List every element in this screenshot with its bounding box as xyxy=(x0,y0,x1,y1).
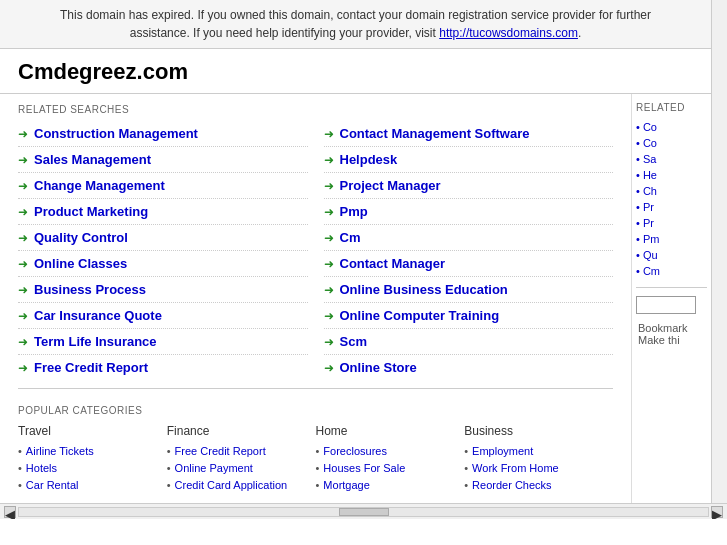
list-item: Online Payment xyxy=(167,459,306,476)
arrow-icon: ➜ xyxy=(18,153,28,167)
list-item: ➜ Online Computer Training xyxy=(324,303,614,329)
sidebar-link[interactable]: • Qu xyxy=(636,247,707,263)
category-link[interactable]: Credit Card Application xyxy=(175,479,288,491)
search-left-col: ➜ Construction Management ➜ Sales Manage… xyxy=(10,121,316,380)
home-heading: Home xyxy=(316,424,455,438)
search-right-col: ➜ Contact Management Software ➜ Helpdesk… xyxy=(316,121,622,380)
search-link[interactable]: Car Insurance Quote xyxy=(34,308,162,323)
arrow-icon: ➜ xyxy=(18,179,28,193)
search-link[interactable]: Project Manager xyxy=(340,178,441,193)
search-link[interactable]: Contact Manager xyxy=(340,256,445,271)
category-link[interactable]: Car Rental xyxy=(26,479,79,491)
list-item: ➜ Quality Control xyxy=(18,225,308,251)
search-link[interactable]: Online Computer Training xyxy=(340,308,500,323)
category-link[interactable]: Work From Home xyxy=(472,462,559,474)
search-link[interactable]: Free Credit Report xyxy=(34,360,148,375)
list-item: ➜ Contact Management Software xyxy=(324,121,614,147)
search-link[interactable]: Scm xyxy=(340,334,367,349)
list-item: ➜ Online Business Education xyxy=(324,277,614,303)
arrow-icon: ➜ xyxy=(324,335,334,349)
finance-heading: Finance xyxy=(167,424,306,438)
sidebar-link[interactable]: • He xyxy=(636,167,707,183)
search-link[interactable]: Online Business Education xyxy=(340,282,508,297)
list-item: ➜ Construction Management xyxy=(18,121,308,147)
category-link[interactable]: Employment xyxy=(472,445,533,457)
category-link[interactable]: Mortgage xyxy=(323,479,369,491)
sidebar-link[interactable]: • Pm xyxy=(636,231,707,247)
list-item: ➜ Helpdesk xyxy=(324,147,614,173)
search-link[interactable]: Contact Management Software xyxy=(340,126,530,141)
travel-col: Travel Airline Tickets Hotels Car Rental xyxy=(18,424,167,493)
banner-link[interactable]: http://tucowsdomains.com xyxy=(439,26,578,40)
sidebar-link[interactable]: • Ch xyxy=(636,183,707,199)
list-item: ➜ Sales Management xyxy=(18,147,308,173)
sidebar-link[interactable]: • Pr xyxy=(636,215,707,231)
search-link[interactable]: Online Store xyxy=(340,360,417,375)
search-link[interactable]: Quality Control xyxy=(34,230,128,245)
business-heading: Business xyxy=(464,424,603,438)
search-link[interactable]: Term Life Insurance xyxy=(34,334,157,349)
bottom-scrollbar[interactable]: ◀ ▶ xyxy=(0,503,727,519)
page-title: Cmdegreez.com xyxy=(0,49,711,94)
list-item: Reorder Checks xyxy=(464,476,603,493)
search-link[interactable]: Online Classes xyxy=(34,256,127,271)
arrow-icon: ➜ xyxy=(18,309,28,323)
business-col: Business Employment Work From Home Reord… xyxy=(464,424,613,493)
category-link[interactable]: Houses For Sale xyxy=(323,462,405,474)
category-link[interactable]: Reorder Checks xyxy=(472,479,551,491)
arrow-icon: ➜ xyxy=(324,127,334,141)
list-item: ➜ Cm xyxy=(324,225,614,251)
search-link[interactable]: Business Process xyxy=(34,282,146,297)
sidebar-link[interactable]: • Pr xyxy=(636,199,707,215)
search-link[interactable]: Helpdesk xyxy=(340,152,398,167)
top-banner: This domain has expired. If you owned th… xyxy=(0,0,711,49)
arrow-icon: ➜ xyxy=(324,283,334,297)
list-item: Foreclosures xyxy=(316,442,455,459)
scroll-right-btn[interactable]: ▶ xyxy=(711,506,723,518)
search-link[interactable]: Cm xyxy=(340,230,361,245)
search-link[interactable]: Pmp xyxy=(340,204,368,219)
main-content: RELATED SEARCHES ➜ Construction Manageme… xyxy=(0,94,631,503)
sidebar-link[interactable]: • Co xyxy=(636,135,707,151)
list-item: Houses For Sale xyxy=(316,459,455,476)
sidebar-link[interactable]: • Co xyxy=(636,119,707,135)
arrow-icon: ➜ xyxy=(18,335,28,349)
list-item: Employment xyxy=(464,442,603,459)
arrow-icon: ➜ xyxy=(18,127,28,141)
arrow-icon: ➜ xyxy=(18,257,28,271)
category-link[interactable]: Hotels xyxy=(26,462,57,474)
bookmark-text: Bookmark xyxy=(638,322,688,334)
sidebar-link[interactable]: • Cm xyxy=(636,263,707,279)
list-item: Mortgage xyxy=(316,476,455,493)
category-link[interactable]: Free Credit Report xyxy=(175,445,266,457)
category-link[interactable]: Online Payment xyxy=(175,462,253,474)
popular-section: POPULAR CATEGORIES Travel Airline Ticket… xyxy=(0,397,631,503)
search-input[interactable] xyxy=(636,296,696,314)
finance-col: Finance Free Credit Report Online Paymen… xyxy=(167,424,316,493)
home-col: Home Foreclosures Houses For Sale Mortga… xyxy=(316,424,465,493)
scroll-thumb[interactable] xyxy=(339,508,389,516)
arrow-icon: ➜ xyxy=(324,257,334,271)
sidebar-link[interactable]: • Sa xyxy=(636,151,707,167)
popular-categories-label: POPULAR CATEGORIES xyxy=(18,405,613,416)
search-links-grid: ➜ Construction Management ➜ Sales Manage… xyxy=(0,121,631,380)
arrow-icon: ➜ xyxy=(324,361,334,375)
list-item: ➜ Online Store xyxy=(324,355,614,380)
list-item: Hotels xyxy=(18,459,157,476)
list-item: Car Rental xyxy=(18,476,157,493)
search-link[interactable]: Sales Management xyxy=(34,152,151,167)
search-link[interactable]: Construction Management xyxy=(34,126,198,141)
list-item: ➜ Project Manager xyxy=(324,173,614,199)
search-link[interactable]: Product Marketing xyxy=(34,204,148,219)
popular-grid: Travel Airline Tickets Hotels Car Rental… xyxy=(18,424,613,493)
category-link[interactable]: Airline Tickets xyxy=(26,445,94,457)
related-searches-label: RELATED SEARCHES xyxy=(0,94,631,121)
list-item: ➜ Product Marketing xyxy=(18,199,308,225)
search-link[interactable]: Change Management xyxy=(34,178,165,193)
right-sidebar: RELATED • Co • Co • Sa • He • Ch • Pr • … xyxy=(631,94,711,503)
list-item: ➜ Term Life Insurance xyxy=(18,329,308,355)
scroll-left-btn[interactable]: ◀ xyxy=(4,506,16,518)
category-link[interactable]: Foreclosures xyxy=(323,445,387,457)
scrollbar[interactable] xyxy=(711,0,727,503)
scroll-track[interactable] xyxy=(18,507,709,517)
